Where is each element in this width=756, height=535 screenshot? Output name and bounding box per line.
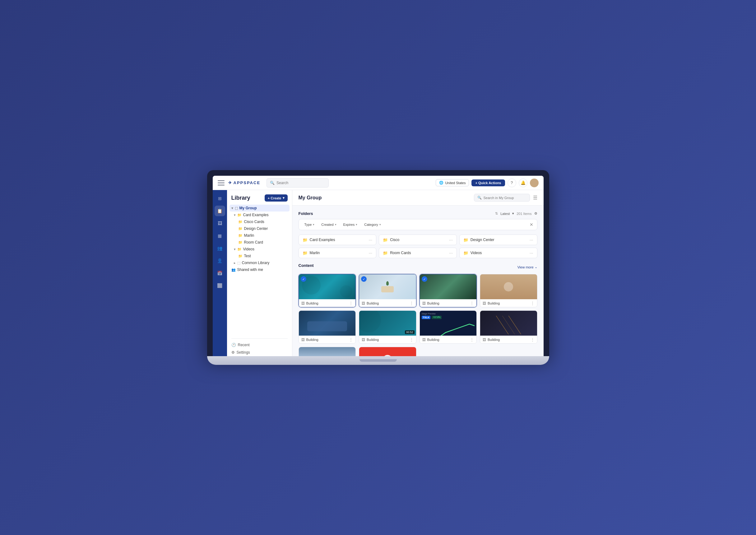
sidebar-item-contacts[interactable]: 👤 xyxy=(215,255,225,266)
media-card-0[interactable]: ✓ 🖼 Building ⋮ xyxy=(299,274,356,307)
folder-icon-card-examples: 📁 xyxy=(303,238,308,242)
folder-menu-0[interactable]: ··· xyxy=(368,237,372,242)
sidebar-item-users[interactable]: 👥 xyxy=(215,243,225,254)
media-menu-2[interactable]: ⋮ xyxy=(470,301,474,305)
media-menu-0[interactable]: ⋮ xyxy=(349,301,353,305)
list-view-icon[interactable]: ☰ xyxy=(533,195,537,201)
tree-item-test[interactable]: 📁 Test xyxy=(230,253,289,259)
sidebar-item-home[interactable]: ⊞ xyxy=(215,193,225,204)
filter-settings-icon[interactable]: ⚙ xyxy=(534,211,537,215)
filters-close-button[interactable]: ✕ xyxy=(529,222,533,227)
content-header: My Group 🔍 ☰ xyxy=(292,190,544,206)
search-in-group[interactable]: 🔍 xyxy=(474,194,530,202)
media-card-7[interactable]: 🖼 Building ⋮ xyxy=(480,310,537,344)
folder-card-3[interactable]: 📁 Marlin ··· xyxy=(299,248,377,258)
global-search-bar[interactable]: 🔍 xyxy=(266,178,329,187)
media-menu-6[interactable]: ⋮ xyxy=(470,337,474,342)
folder-menu-5[interactable]: ··· xyxy=(529,250,533,255)
tree-item-videos[interactable]: ▾ 📁 Videos xyxy=(230,246,289,253)
folder-name-3: Marlin xyxy=(310,251,320,255)
sidebar-item-apps[interactable]: ⬜ xyxy=(215,280,225,291)
view-more-icon: ⌄ xyxy=(535,265,537,269)
folder-card-0[interactable]: 📁 Card Examples ··· xyxy=(299,235,377,245)
folder-icon-5: 📁 xyxy=(238,240,243,244)
tree-item-settings[interactable]: ⚙ Settings xyxy=(227,349,292,356)
play-button[interactable]: ▶ xyxy=(383,355,392,356)
apps-icon: ⬜ xyxy=(217,283,222,288)
filter-expires-caret: ▾ xyxy=(356,223,357,226)
media-card-2[interactable]: ✓ 🖼 Building ⋮ xyxy=(419,274,477,307)
media-card-3[interactable]: 🖼 Building ⋮ xyxy=(480,274,537,307)
location-button[interactable]: 🌐 United States xyxy=(436,179,469,186)
hamburger-button[interactable] xyxy=(218,181,225,185)
room-table xyxy=(381,286,394,293)
folder-name-1: Cisco xyxy=(390,238,399,242)
media-thumb-7 xyxy=(480,311,537,336)
laptop-bezel: ✈ APPSPACE 🔍 🌐 United States + Qui xyxy=(207,170,549,356)
sidebar-item-channels[interactable]: ▦ xyxy=(215,231,225,241)
folder-menu-4[interactable]: ··· xyxy=(449,250,453,255)
media-menu-1[interactable]: ⋮ xyxy=(410,301,414,305)
library-title: Library xyxy=(231,195,250,201)
group-search-input[interactable] xyxy=(484,196,526,200)
recent-label: Recent xyxy=(238,343,250,347)
library-icon: 📋 xyxy=(217,209,222,213)
media-card-9[interactable]: ▶ 🖼 Building xyxy=(359,347,417,356)
global-search-input[interactable] xyxy=(277,181,325,185)
settings-label: Settings xyxy=(237,350,250,354)
media-info-3: 🖼 Building xyxy=(483,301,500,305)
tree-label-my-group: My Group xyxy=(239,206,257,210)
tree-label-videos: Videos xyxy=(243,247,255,251)
media-menu-7[interactable]: ⋮ xyxy=(530,337,535,342)
media-card-5[interactable]: 00:52 🖼 Building ⋮ xyxy=(359,310,417,344)
folder-menu-2[interactable]: ··· xyxy=(529,237,533,242)
folder-icon-room-cards: 📁 xyxy=(383,251,388,255)
filter-type[interactable]: Type ▾ xyxy=(303,222,316,227)
notifications-button[interactable]: 🔔 xyxy=(519,179,527,187)
filter-created[interactable]: Created ▾ xyxy=(319,222,338,227)
quick-actions-button[interactable]: + Quick Actions xyxy=(472,180,505,186)
tree-label-card-examples: Card Examples xyxy=(243,213,269,217)
filter-category[interactable]: Category ▾ xyxy=(362,222,383,227)
media-menu-3[interactable]: ⋮ xyxy=(530,301,535,305)
tree-item-my-group[interactable]: ▾ ⬚ My Group xyxy=(230,205,289,211)
sort-icon: ⇅ xyxy=(495,211,498,215)
folder-menu-1[interactable]: ··· xyxy=(449,237,453,242)
tree-item-marlin[interactable]: 📁 Marlin xyxy=(230,232,289,239)
media-menu-4[interactable]: ⋮ xyxy=(349,337,353,342)
tree-item-design-center[interactable]: 📁 Design Center xyxy=(230,225,289,232)
folder-card-4[interactable]: 📁 Room Cards ··· xyxy=(379,248,457,258)
main-area: ⊞ 📋 🖼 ▦ 👥 xyxy=(213,190,544,356)
media-footer-5: 🖼 Building ⋮ xyxy=(359,336,416,343)
media-info-0: 🖼 Building xyxy=(301,301,318,305)
folder-card-2[interactable]: 📁 Design Center ··· xyxy=(459,235,537,245)
create-button[interactable]: + Create ▾ xyxy=(265,194,288,202)
stock-thumb: Stage Preview TSLA +17.6% xyxy=(420,311,477,336)
folder-menu-3[interactable]: ··· xyxy=(368,250,372,255)
view-more-button[interactable]: View more ⌄ xyxy=(518,265,537,269)
tree-item-cisco-cards[interactable]: 📁 Cisco Cards xyxy=(230,218,289,225)
user-avatar[interactable] xyxy=(530,179,539,187)
sort-caret: ▾ xyxy=(512,211,514,215)
tree-item-common-library[interactable]: ▸ ⬚ Common Library xyxy=(230,259,289,266)
filter-expires[interactable]: Expires ▾ xyxy=(341,222,360,227)
folder-card-1[interactable]: 📁 Cisco ··· xyxy=(379,235,457,245)
media-card-6[interactable]: Stage Preview TSLA +17.6% xyxy=(419,310,477,344)
media-name-3: Building xyxy=(488,301,500,305)
media-menu-5[interactable]: ⋮ xyxy=(410,337,414,342)
folder-card-5[interactable]: 📁 Videos ··· xyxy=(459,248,537,258)
tree-item-room-card[interactable]: 📁 Room Card xyxy=(230,239,289,246)
media-card-1[interactable]: ✓ 🖼 Building ⋮ xyxy=(359,274,417,307)
sort-row: ⇅ Latest ▾ 201 Items ⚙ xyxy=(495,211,537,215)
sidebar-item-library[interactable]: 📋 xyxy=(215,206,225,216)
tree-item-shared[interactable]: 👥 Shared with me xyxy=(230,266,289,273)
sidebar-item-media[interactable]: 🖼 xyxy=(215,218,225,229)
media-card-4[interactable]: 🖼 Building ⋮ xyxy=(299,310,356,344)
media-thumb-0: ✓ xyxy=(299,274,356,299)
tree-item-recent[interactable]: 🕐 Recent xyxy=(227,341,292,349)
sidebar-item-schedule[interactable]: 📅 xyxy=(215,268,225,278)
tree-item-card-examples[interactable]: ▾ 📁 Card Examples xyxy=(230,211,289,218)
help-button[interactable]: ? xyxy=(507,179,516,187)
image-type-icon-1: 🖼 xyxy=(362,301,365,305)
media-card-8[interactable]: 🖼 Building xyxy=(299,347,356,356)
